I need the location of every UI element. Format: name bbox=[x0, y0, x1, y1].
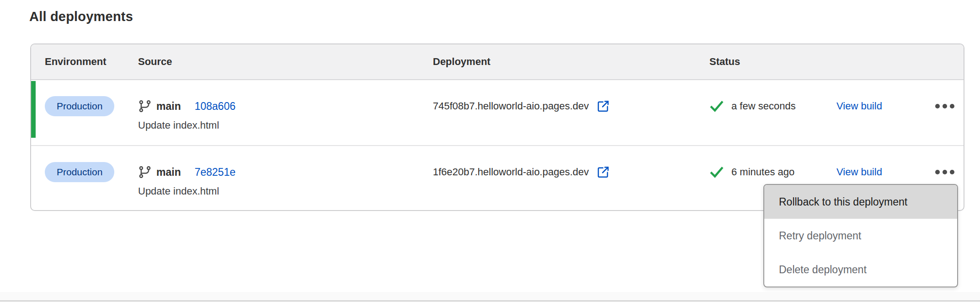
commit-message: Update index.html bbox=[138, 119, 433, 131]
deployment-actions-menu: Rollback to this deployment Retry deploy… bbox=[763, 184, 958, 287]
commit-message: Update index.html bbox=[138, 185, 433, 197]
page-title: All deployments bbox=[29, 9, 133, 24]
success-check-icon bbox=[709, 165, 724, 179]
success-check-icon bbox=[709, 99, 724, 114]
menu-item-delete[interactable]: Delete deployment bbox=[764, 253, 957, 287]
external-link-icon[interactable] bbox=[596, 99, 610, 113]
page-bottom-divider bbox=[0, 300, 980, 302]
commit-link[interactable]: 108a606 bbox=[195, 100, 236, 113]
menu-item-retry[interactable]: Retry deployment bbox=[764, 219, 957, 253]
column-header-environment: Environment bbox=[31, 56, 138, 68]
commit-link[interactable]: 7e8251e bbox=[195, 166, 236, 179]
environment-badge: Production bbox=[45, 162, 114, 182]
deployment-url: 745f08b7.helloworld-aio.pages.dev bbox=[433, 100, 589, 112]
more-actions-button[interactable] bbox=[931, 165, 959, 179]
git-branch-icon bbox=[138, 165, 152, 179]
view-build-link[interactable]: View build bbox=[836, 100, 882, 112]
deployment-url: 1f6e20b7.helloworld-aio.pages.dev bbox=[433, 166, 589, 178]
column-header-status: Status bbox=[709, 56, 836, 68]
current-deployment-indicator bbox=[31, 81, 36, 138]
branch-name: main bbox=[156, 166, 181, 179]
menu-item-rollback[interactable]: Rollback to this deployment bbox=[764, 185, 957, 219]
table-header-row: Environment Source Deployment Status bbox=[31, 44, 964, 80]
branch-name: main bbox=[156, 100, 181, 113]
column-header-deployment: Deployment bbox=[433, 56, 709, 68]
git-branch-icon bbox=[138, 99, 152, 113]
status-time: 6 minutes ago bbox=[731, 166, 794, 178]
environment-badge: Production bbox=[45, 96, 114, 116]
view-build-link[interactable]: View build bbox=[836, 166, 882, 178]
deployment-row-1: Production main 108a606 Update index.htm… bbox=[31, 80, 964, 145]
status-time: a few seconds bbox=[731, 100, 796, 112]
page-bottom-band bbox=[0, 292, 980, 300]
column-header-source: Source bbox=[138, 56, 433, 68]
more-actions-button[interactable] bbox=[931, 99, 959, 113]
external-link-icon[interactable] bbox=[596, 165, 610, 179]
